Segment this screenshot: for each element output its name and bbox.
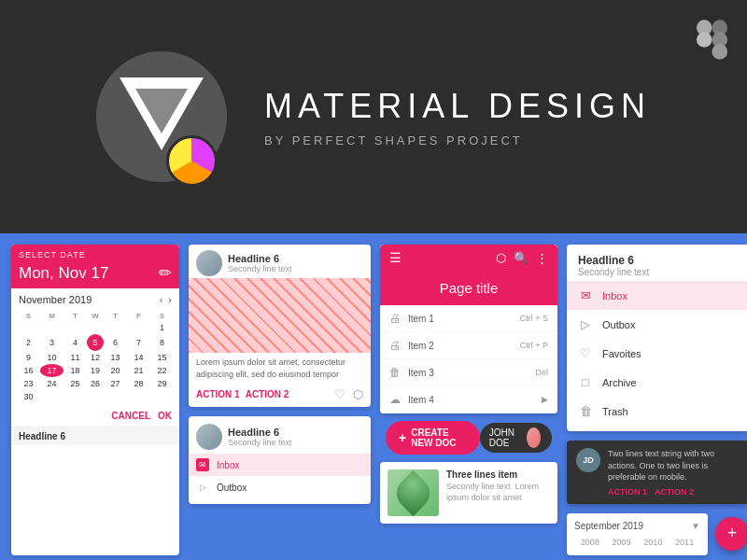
cal-day[interactable] <box>63 390 87 403</box>
triangle-inner <box>135 89 188 133</box>
more-icon[interactable]: ⋮ <box>536 251 548 265</box>
cal-day[interactable]: 29 <box>150 377 174 390</box>
inbox-icon: ✉ <box>196 458 209 471</box>
cal-day[interactable]: 9 <box>17 351 40 364</box>
cal-day[interactable]: 22 <box>150 364 174 377</box>
cal-day[interactable] <box>40 321 63 334</box>
cal-day[interactable]: 1 <box>150 321 174 334</box>
page-title-bar: Page title <box>380 271 557 305</box>
article-icon-group: ♡ ⬡ <box>334 387 363 401</box>
snackbar-action1[interactable]: ACTION 1 <box>608 487 647 497</box>
cal-day[interactable]: 8 <box>150 334 174 351</box>
cal-day[interactable]: 15 <box>150 351 174 364</box>
header-section: MATERIAL DESIGN BY PERFECT SHAPES PROJEC… <box>0 0 747 233</box>
cal-day[interactable]: 18 <box>63 364 87 377</box>
nav-list: 🖨 Item 1 Ctrl + S 🖨 Item 2 Ctrl + P 🗑 <box>380 305 557 413</box>
edit-date-icon[interactable]: ✏ <box>159 263 172 283</box>
action2-button[interactable]: ACTION 2 <box>246 389 289 399</box>
header-text: MATERIAL DESIGN BY PERFECT SHAPES PROJEC… <box>264 87 651 147</box>
cal-day[interactable]: 24 <box>40 377 63 390</box>
cal-day[interactable]: 27 <box>104 377 127 390</box>
cal-day[interactable]: 7 <box>127 334 150 351</box>
year-cell: 2010 <box>638 537 669 548</box>
outbox-label: Outbox <box>217 483 247 493</box>
cal-day[interactable]: 6 <box>104 334 127 351</box>
cal-day[interactable] <box>127 390 150 403</box>
next-month-icon[interactable]: › <box>168 294 172 305</box>
cal-day[interactable]: 25 <box>63 377 87 390</box>
cal-day-today[interactable]: 5 <box>87 334 104 351</box>
cal-day[interactable] <box>104 390 127 403</box>
small-cal-header: September 2019 ▼ <box>574 521 700 531</box>
bottom-article-image <box>388 469 439 516</box>
day-header-sat: S <box>150 311 174 321</box>
menu-icon[interactable]: ☰ <box>389 250 402 265</box>
nav-card-item-trash[interactable]: 🗑 Trash <box>567 397 747 426</box>
cal-day[interactable] <box>104 321 127 334</box>
nav-card-item-outbox[interactable]: ▷ Outbox <box>567 310 747 339</box>
cal-day[interactable]: 13 <box>104 351 127 364</box>
cal-day[interactable] <box>87 321 104 334</box>
favorite-icon[interactable]: ♡ <box>334 387 345 401</box>
nav-item-2[interactable]: 🖨 Item 2 Ctrl + P <box>380 332 557 359</box>
create-doc-button[interactable]: + CREATE NEW DOC <box>386 421 480 455</box>
bottom-article-title: Three lines item <box>446 469 550 480</box>
appbar-column: ☰ ⬡ 🔍 ⋮ Page title 🖨 Item 1 Ctrl + S <box>380 245 557 555</box>
cal-day[interactable]: 14 <box>127 351 150 364</box>
article-card-2: Headline 6 Secondy line text ✉ Inbox ▷ O… <box>189 416 371 504</box>
cal-day[interactable]: 21 <box>127 364 150 377</box>
cal-day[interactable] <box>87 390 104 403</box>
ok-button[interactable]: OK <box>158 411 172 421</box>
prev-month-icon[interactable]: ‹ <box>160 294 163 305</box>
fab-add-button[interactable]: + <box>715 517 747 551</box>
action1-button[interactable]: ACTION 1 <box>196 389 240 399</box>
cal-day[interactable]: 30 <box>17 390 40 403</box>
article-actions: ACTION 1 ACTION 2 ♡ ⬡ <box>189 385 371 407</box>
cal-day[interactable]: 23 <box>17 377 40 390</box>
nav-card-item-favorites[interactable]: ♡ Favoites <box>567 339 747 368</box>
cal-day[interactable]: 20 <box>104 364 127 377</box>
cal-day[interactable] <box>40 390 63 403</box>
nav-item-1[interactable]: 🖨 Item 1 Ctrl + S <box>380 305 557 332</box>
bottom-article-content: Three lines item Secondy line text. Lore… <box>380 462 557 524</box>
inbox-item-inbox[interactable]: ✉ Inbox <box>189 454 371 476</box>
cal-day[interactable]: 10 <box>40 351 63 364</box>
profile-button[interactable]: JOHN DOE <box>480 423 552 453</box>
article-body: Lorem ipsum dolor sit amet, consectetur … <box>189 353 371 385</box>
nav-card-item-inbox[interactable]: ✉ Inbox <box>567 281 747 310</box>
nav-card-item-archive[interactable]: □ Archive <box>567 368 747 397</box>
cal-day[interactable]: 11 <box>63 351 87 364</box>
fab-row: + CREATE NEW DOC JOHN DOE <box>380 413 557 462</box>
cancel-button[interactable]: CANCEL <box>111 411 150 421</box>
small-article-header: Headline 6 Secondy line text <box>189 416 371 454</box>
cal-day[interactable]: 2 <box>17 334 40 351</box>
nav-label-3: Item 3 <box>408 368 434 378</box>
cal-day[interactable]: 12 <box>87 351 104 364</box>
cal-day[interactable]: 28 <box>127 377 150 390</box>
nav-item-4[interactable]: ☁ Item 4 ▶ <box>380 386 557 413</box>
cal-day[interactable]: 26 <box>87 377 104 390</box>
small-cal-expand[interactable]: ▼ <box>691 521 700 531</box>
cal-day[interactable] <box>127 321 150 334</box>
cal-day[interactable] <box>150 390 174 403</box>
snackbar-action2[interactable]: ACTION 2 <box>655 487 694 497</box>
page-title: Page title <box>440 280 499 296</box>
nav-item-left-2: 🖨 Item 2 <box>389 339 434 352</box>
cal-day[interactable]: 19 <box>87 364 104 377</box>
cal-day[interactable] <box>63 321 87 334</box>
nav-item-3[interactable]: 🗑 Item 3 Del <box>380 359 557 386</box>
cal-day[interactable] <box>17 321 40 334</box>
cal-day[interactable]: 3 <box>40 334 63 351</box>
search-icon[interactable]: 🔍 <box>514 251 529 265</box>
nav-label-1: Item 1 <box>408 314 434 324</box>
share-icon[interactable]: ⬡ <box>496 251 506 265</box>
calendar-date-row: Mon, Nov 17 ✏ <box>11 261 179 288</box>
cal-day-selected[interactable]: 17 <box>40 364 63 377</box>
inbox-item-outbox[interactable]: ▷ Outbox <box>189 476 371 498</box>
share-icon[interactable]: ⬡ <box>353 387 363 401</box>
appbar-card: ☰ ⬡ 🔍 ⋮ Page title 🖨 Item 1 Ctrl + S <box>380 245 557 413</box>
nav-shortcut-3: Del <box>535 368 548 377</box>
cal-day[interactable]: 16 <box>17 364 40 377</box>
cal-day[interactable]: 4 <box>63 334 87 351</box>
article-avatar-2 <box>196 424 222 450</box>
